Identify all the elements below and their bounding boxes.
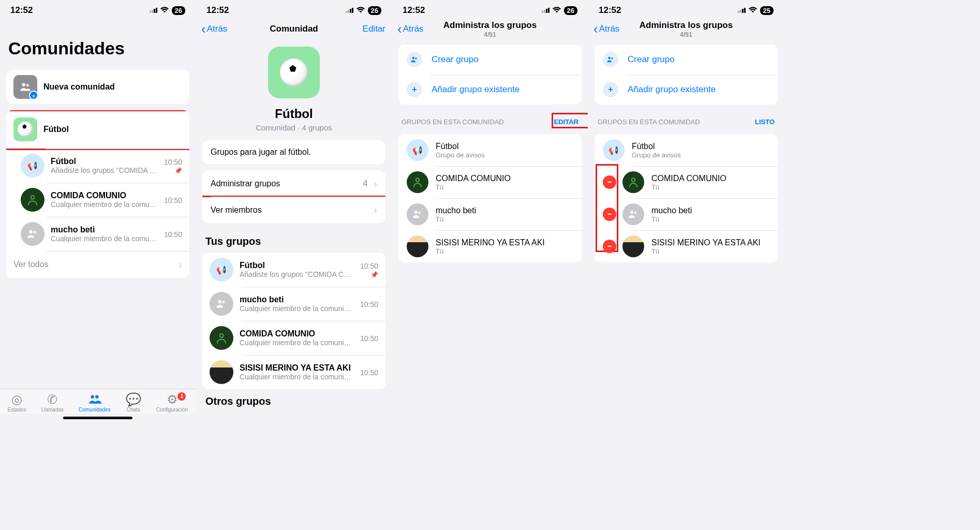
your-groups-header: Tus grupos	[196, 229, 392, 251]
chat-time: 10:50	[360, 369, 378, 377]
wifi-icon	[552, 7, 561, 14]
screen-community-info: 12:52 26 ‹Atrás Comunidad Editar Fútbol …	[196, 0, 392, 423]
battery-level: 26	[172, 6, 185, 15]
new-community-button[interactable]: + Nueva comunidad	[6, 70, 189, 104]
done-button[interactable]: LISTO	[755, 118, 775, 126]
group-avatar	[407, 203, 428, 225]
section-label: GRUPOS EN ESTA COMUNIDAD	[598, 118, 700, 126]
status-indicators: 26	[346, 6, 381, 15]
group-chat-row[interactable]: 📢 FútbolAñadiste los grupos "COMIDA C… 1…	[202, 253, 385, 287]
edit-list-button[interactable]: EDITAR	[554, 118, 578, 126]
manage-groups-row[interactable]: Administrar grupos 4›	[202, 170, 385, 197]
group-row[interactable]: − SISISI MERINO YA ESTA AKITú	[595, 230, 778, 262]
new-community-card: + Nueva comunidad	[6, 70, 189, 104]
group-avatar	[407, 171, 428, 193]
group-chat-row[interactable]: COMIDA COMUNIOCualquier miembro de la co…	[202, 321, 385, 355]
chat-title: mucho beti	[240, 295, 356, 304]
svg-point-5	[91, 395, 94, 399]
status-bar: 12:52 26	[392, 0, 588, 18]
group-chat-row[interactable]: SISISI MERINO YA ESTA AKICualquier miemb…	[202, 355, 385, 389]
tab-communities[interactable]: Comunidades	[79, 392, 111, 413]
action-card: Crear grupo + Añadir grupo existente	[595, 45, 778, 105]
tab-chats[interactable]: 💬Chats	[126, 392, 141, 413]
chat-time: 10:50	[360, 262, 378, 270]
group-row[interactable]: − mucho betiTú	[595, 198, 778, 230]
plus-icon: +	[407, 82, 422, 97]
svg-point-12	[416, 178, 420, 182]
delete-button[interactable]: −	[603, 175, 616, 189]
group-title: mucho beti	[436, 206, 573, 215]
megaphone-icon: 📢	[210, 258, 233, 282]
screen-manage-groups-edit: 12:52 25 ‹Atrás Administra los grupos 4/…	[588, 0, 784, 423]
other-groups-header: Otros grupos	[196, 389, 392, 410]
create-group-button[interactable]: Crear grupo	[398, 45, 582, 75]
badge: 1	[177, 392, 186, 401]
chevron-right-icon: ›	[374, 204, 377, 216]
tab-status[interactable]: ◎Estados	[8, 392, 26, 413]
chat-title: Fútbol	[51, 157, 160, 166]
group-subtitle: Tú	[651, 183, 769, 191]
delete-button[interactable]: −	[603, 240, 616, 253]
tab-settings[interactable]: ⚙Configuración1	[156, 392, 188, 413]
svg-point-7	[218, 300, 222, 303]
edit-button[interactable]: Editar	[363, 24, 385, 34]
add-existing-group-button[interactable]: + Añadir grupo existente	[398, 75, 582, 105]
group-row[interactable]: SISISI MERINO YA ESTA AKITú	[398, 230, 582, 262]
back-button[interactable]: ‹Atrás	[593, 21, 619, 37]
status-time: 12:52	[10, 5, 33, 16]
community-avatar[interactable]	[268, 47, 320, 98]
community-chat-row[interactable]: mucho beti Cualquier miembro de la comun…	[6, 217, 189, 251]
group-subtitle: Tú	[436, 215, 573, 223]
see-all-row[interactable]: Ver todos ›	[6, 251, 189, 278]
group-row[interactable]: mucho betiTú	[398, 198, 582, 230]
action-card: Crear grupo + Añadir grupo existente	[398, 45, 582, 105]
create-group-button[interactable]: Crear grupo	[595, 45, 778, 75]
battery-level: 26	[564, 6, 577, 15]
svg-point-19	[634, 212, 636, 214]
battery-level: 25	[760, 6, 774, 15]
group-row[interactable]: − COMIDA COMUNIOTú	[595, 166, 778, 198]
chat-subtitle: Añadiste los grupos "COMIDA C…	[240, 270, 356, 278]
group-count: 4	[363, 179, 367, 188]
group-title: SISISI MERINO YA ESTA AKI	[651, 238, 769, 247]
group-row[interactable]: COMIDA COMUNIOTú	[398, 166, 582, 198]
people-plus-icon	[407, 52, 422, 67]
tab-calls[interactable]: ✆Llamadas	[41, 392, 64, 413]
people-icon: +	[13, 75, 37, 99]
back-button[interactable]: ‹Atrás	[201, 21, 227, 37]
delete-button[interactable]: −	[603, 208, 616, 221]
your-groups-card: 📢 FútbolAñadiste los grupos "COMIDA C… 1…	[202, 253, 385, 389]
svg-point-3	[29, 230, 33, 233]
status-icon: ◎	[11, 392, 22, 406]
settings-list: Administrar grupos 4› Ver miembros ›	[202, 170, 385, 223]
group-subtitle: Tú	[651, 215, 769, 223]
status-time: 12:52	[599, 5, 621, 16]
chevron-left-icon: ‹	[593, 21, 598, 37]
view-members-row[interactable]: Ver miembros ›	[202, 197, 385, 223]
group-subtitle: Grupo de avisos	[632, 151, 769, 159]
status-indicators: 26	[542, 6, 577, 15]
new-community-label: Nueva comunidad	[43, 82, 182, 92]
back-button[interactable]: ‹Atrás	[397, 21, 423, 37]
group-avatar	[210, 292, 233, 316]
signal-icon	[150, 8, 157, 13]
nav-bar: ‹Atrás Administra los grupos 4/51	[588, 18, 784, 40]
group-subtitle: Tú	[651, 247, 769, 255]
community-chat-row[interactable]: 📢 Fútbol Añadiste los grupos "COMIDA C… …	[6, 149, 189, 183]
group-row[interactable]: 📢 FútbolGrupo de avisos	[595, 134, 778, 166]
chat-subtitle: Cualquier miembro de la comuni…	[51, 234, 160, 243]
group-title: mucho beti	[651, 206, 769, 215]
svg-point-15	[608, 57, 611, 60]
chat-time: 10:50	[360, 334, 378, 343]
group-row[interactable]: 📢 FútbolGrupo de avisos	[398, 134, 582, 166]
community-header-row[interactable]: Fútbol	[6, 110, 189, 149]
group-subtitle: Tú	[436, 183, 573, 191]
svg-point-2	[31, 196, 35, 199]
wifi-icon	[748, 7, 758, 14]
status-indicators: 25	[738, 6, 774, 15]
add-existing-group-button[interactable]: + Añadir grupo existente	[595, 75, 778, 105]
group-chat-row[interactable]: mucho betiCualquier miembro de la comuni…	[202, 287, 385, 321]
plus-badge-icon: +	[29, 91, 38, 100]
groups-list-editing: 📢 FútbolGrupo de avisos − COMIDA COMUNIO…	[595, 134, 778, 262]
community-chat-row[interactable]: COMIDA COMUNIO Cualquier miembro de la c…	[6, 183, 189, 217]
